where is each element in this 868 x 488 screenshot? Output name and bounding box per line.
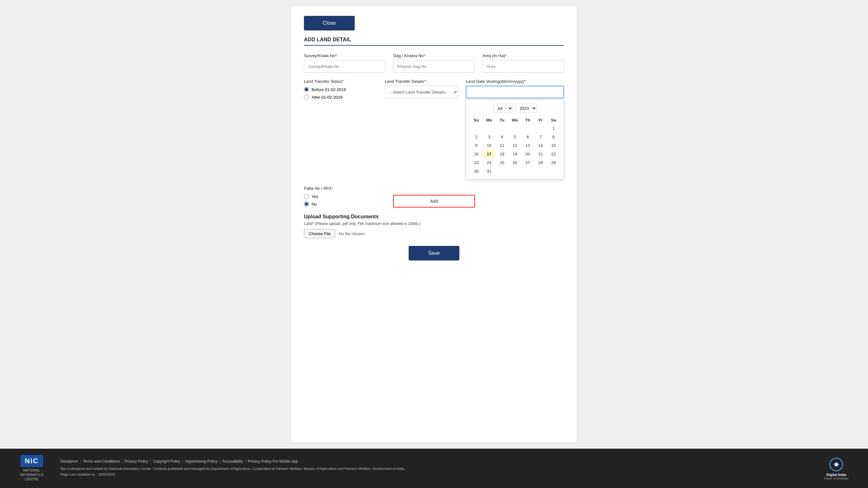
cal-day[interactable]: 23 <box>470 158 483 167</box>
footer-link[interactable]: Accessibility <box>222 459 243 464</box>
empty-group <box>483 186 564 208</box>
footer-link[interactable]: Hyperlinking Policy <box>185 459 217 464</box>
footer-separator: | <box>80 459 81 464</box>
patta-yes-text: Yes <box>312 194 318 199</box>
cal-day <box>547 167 560 176</box>
choose-file-button[interactable]: Choose File <box>304 229 335 238</box>
digital-india-icon <box>828 457 844 472</box>
cal-day[interactable]: 1 <box>547 124 560 133</box>
upload-section: Upload Supporting Documents Land* (Pleas… <box>304 214 564 238</box>
area-label: Area (In Ha)*: <box>483 53 564 58</box>
cal-day-header: We <box>508 116 522 124</box>
cal-day[interactable]: 21 <box>534 150 547 158</box>
close-button[interactable]: Close <box>304 16 355 30</box>
no-file-text: No file chosen <box>339 231 365 236</box>
patta-yes-radio[interactable] <box>304 194 309 199</box>
cal-day[interactable]: 12 <box>508 141 522 150</box>
cal-day[interactable]: 25 <box>496 158 508 167</box>
calendar-year-select[interactable]: 202020212022202320242025 <box>516 104 537 113</box>
cal-day[interactable]: 20 <box>521 150 534 158</box>
footer-link[interactable]: Privacy Policy For Mobile App <box>248 459 298 464</box>
patta-no-radio[interactable] <box>304 202 309 207</box>
cal-day-header: Fr <box>534 116 547 124</box>
save-button[interactable]: Save <box>409 246 459 261</box>
form-container: Close ADD LAND DETAIL Survey/Khata No*: … <box>291 6 577 442</box>
cal-day[interactable]: 2 <box>470 133 483 141</box>
footer-link[interactable]: Disclaimer <box>60 459 78 464</box>
calendar-month-select[interactable]: JanFebMarAprMayJunJulAugSepOctNovDec <box>493 104 513 113</box>
land-date-input[interactable] <box>466 86 564 98</box>
footer-link[interactable]: Privacy Policy <box>124 459 148 464</box>
cal-day-header: Tu <box>496 116 508 124</box>
cal-day[interactable]: 26 <box>508 158 522 167</box>
cal-day[interactable]: 5 <box>508 133 522 141</box>
cal-day <box>534 167 547 176</box>
cal-day[interactable]: 13 <box>521 141 534 150</box>
footer: NIC NATIONALINFORMATICSCENTRE Disclaimer… <box>0 449 868 488</box>
cal-day <box>496 124 508 133</box>
cal-day[interactable]: 9 <box>470 141 483 150</box>
cal-day[interactable]: 28 <box>534 158 547 167</box>
calendar-grid: SuMoTuWeThFrSa 1234567891011121314151617… <box>470 116 560 176</box>
radio-after-text: After 01-02-2019 <box>312 95 343 100</box>
radio-before-label[interactable]: Before 01-02-2019 <box>304 87 377 92</box>
calendar-header: JanFebMarAprMayJunJulAugSepOctNovDec 202… <box>470 104 560 113</box>
cal-day[interactable]: 22 <box>547 150 560 158</box>
file-input-row: Choose File No file chosen <box>304 229 564 238</box>
cal-day[interactable]: 4 <box>496 133 508 141</box>
dag-label: Dag / Khasra No*: <box>393 53 475 58</box>
cal-day[interactable]: 10 <box>483 141 496 150</box>
cal-day[interactable]: 30 <box>470 167 483 176</box>
cal-day[interactable]: 29 <box>547 158 560 167</box>
nic-full-name: NATIONALINFORMATICSCENTRE <box>20 468 43 482</box>
patta-group: Patta No / RFA* Yes No <box>304 186 385 208</box>
cal-day[interactable]: 7 <box>534 133 547 141</box>
cal-day[interactable]: 8 <box>547 133 560 141</box>
cal-day[interactable]: 31 <box>483 167 496 176</box>
cal-day <box>483 124 496 133</box>
cal-day[interactable]: 14 <box>534 141 547 150</box>
footer-links-row: Disclaimer|Terms and Conditions|Privacy … <box>60 459 808 464</box>
survey-group: Survey/Khata No*: <box>304 53 385 73</box>
patta-no-label[interactable]: No <box>304 202 385 207</box>
patta-radio-group: Yes No <box>304 194 385 207</box>
cal-day[interactable]: 15 <box>547 141 560 150</box>
cal-day[interactable]: 6 <box>521 133 534 141</box>
cal-day[interactable]: 11 <box>496 141 508 150</box>
radio-after[interactable] <box>304 95 309 100</box>
land-transfer-details-select[interactable]: --Select Land Transfer Details-- <box>385 86 458 98</box>
add-button[interactable]: Add <box>393 195 475 208</box>
cal-day[interactable]: 16 <box>470 150 483 158</box>
footer-link[interactable]: Terms and Conditions <box>83 459 120 464</box>
cal-day[interactable]: 17 <box>483 150 496 158</box>
cal-day-header: Mo <box>483 116 496 124</box>
land-transfer-details-group: Land Transfer Details*: --Select Land Tr… <box>385 79 458 180</box>
patta-no-text: No <box>312 202 317 207</box>
nic-acronym: NIC <box>20 455 43 467</box>
land-transfer-status-group: Land Transfer Status* Before 01-02-2019 … <box>304 79 377 180</box>
calendar-popup: JanFebMarAprMayJunJulAugSepOctNovDec 202… <box>466 100 564 180</box>
upload-hint: Land* (Please upload .pdf only. File max… <box>304 221 564 226</box>
svg-point-1 <box>835 463 838 466</box>
cal-day[interactable]: 18 <box>496 150 508 158</box>
radio-after-label[interactable]: After 01-02-2019 <box>304 95 377 100</box>
cal-day[interactable]: 19 <box>508 150 522 158</box>
patta-yes-label[interactable]: Yes <box>304 194 385 199</box>
cal-day[interactable]: 3 <box>483 133 496 141</box>
form-row-3: Patta No / RFA* Yes No Add <box>304 186 564 208</box>
survey-input[interactable] <box>304 60 385 73</box>
cal-day-header: Sa <box>547 116 560 124</box>
form-row-2: Land Transfer Status* Before 01-02-2019 … <box>304 79 564 180</box>
radio-before[interactable] <box>304 87 309 92</box>
dag-input[interactable] <box>393 60 475 73</box>
cal-day[interactable]: 27 <box>521 158 534 167</box>
footer-link[interactable]: Copyright Policy <box>153 459 181 464</box>
cal-day[interactable]: 24 <box>483 158 496 167</box>
area-input[interactable] <box>483 60 564 73</box>
cal-day <box>521 167 534 176</box>
add-btn-group: Add <box>393 195 475 208</box>
land-date-group: Land Date Vesting(dd/mm/yyyy)*: JanFebMa… <box>466 79 564 180</box>
cal-day-header: Su <box>470 116 483 124</box>
cal-day <box>521 124 534 133</box>
dag-group: Dag / Khasra No*: <box>393 53 475 73</box>
